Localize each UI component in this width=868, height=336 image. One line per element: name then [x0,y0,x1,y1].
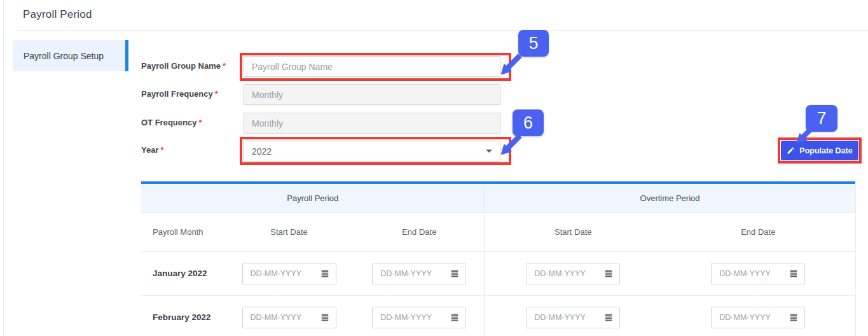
column-header-payroll-end-date: End Date [354,213,485,251]
sidebar-item-payroll-group-setup[interactable]: Payroll Group Setup [13,40,128,71]
calendar-icon[interactable] [320,313,329,322]
jan-ot-end-date-input[interactable]: DD-MM-YYYY [711,263,805,284]
calendar-icon[interactable] [789,269,798,278]
feb-payroll-end-date-input[interactable]: DD-MM-YYYY [372,307,466,328]
callout-badge-6: 6 [513,109,544,136]
select-value: 2022 [252,146,272,157]
feb-ot-start-date-input[interactable]: DD-MM-YYYY [526,307,620,328]
input-value: Monthly [252,118,283,129]
column-header-ot-start-date: Start Date [485,213,661,251]
input-placeholder: Payroll Group Name [252,62,333,72]
payroll-frequency-label: Payroll Frequency* [141,89,242,99]
callout-badge-5: 5 [518,30,549,57]
year-label: Year* [141,145,242,155]
calendar-icon[interactable] [320,269,329,278]
payroll-group-name-label: Payroll Group Name* [141,61,242,71]
pencil-icon [787,146,795,155]
title-divider [17,30,868,31]
payroll-period-table: Payroll Period Overtime Period Payroll M… [141,181,855,336]
jan-payroll-start-date-input[interactable]: DD-MM-YYYY [242,263,336,284]
month-label: January 2022 [141,251,224,295]
populate-date-button[interactable]: Populate Date [781,141,858,160]
column-header-payroll-start-date: Start Date [224,213,354,251]
year-select[interactable]: 2022 [244,141,500,162]
payroll-frequency-input: Monthly [244,84,500,105]
page-title: Payroll Period [23,8,92,21]
payroll-group-name-input[interactable]: Payroll Group Name [244,56,500,77]
required-asterisk: * [198,118,202,127]
column-header-ot-end-date: End Date [661,213,855,251]
table-row-february: February 2022 DD-MM-YYYY DD-MM-YYYY DD-M… [141,295,855,336]
feb-ot-end-date-input[interactable]: DD-MM-YYYY [711,307,805,328]
month-label: February 2022 [141,295,224,336]
jan-ot-start-date-input[interactable]: DD-MM-YYYY [526,263,620,284]
populate-date-label: Populate Date [799,146,852,155]
sidebar-item-label: Payroll Group Setup [24,51,104,61]
calendar-icon[interactable] [450,269,459,278]
required-asterisk: * [160,145,163,155]
input-value: Monthly [252,90,283,100]
callout-badge-7: 7 [806,105,837,132]
chevron-down-icon [486,150,492,153]
group-header-overtime-period: Overtime Period [485,184,855,213]
feb-payroll-start-date-input[interactable]: DD-MM-YYYY [242,307,336,328]
calendar-icon[interactable] [604,313,613,322]
calendar-icon[interactable] [604,269,613,278]
column-header-payroll-month: Payroll Month [141,213,224,251]
calendar-icon[interactable] [789,313,798,322]
calendar-icon[interactable] [450,313,459,322]
ot-frequency-input: Monthly [244,113,500,134]
table-row-january: January 2022 DD-MM-YYYY DD-MM-YYYY DD-MM… [141,251,855,295]
page-left-border [3,0,4,336]
ot-frequency-label: OT Frequency* [141,118,242,127]
group-header-payroll-period: Payroll Period [141,184,485,213]
required-asterisk: * [215,89,218,99]
required-asterisk: * [223,61,226,71]
jan-payroll-end-date-input[interactable]: DD-MM-YYYY [372,263,466,284]
